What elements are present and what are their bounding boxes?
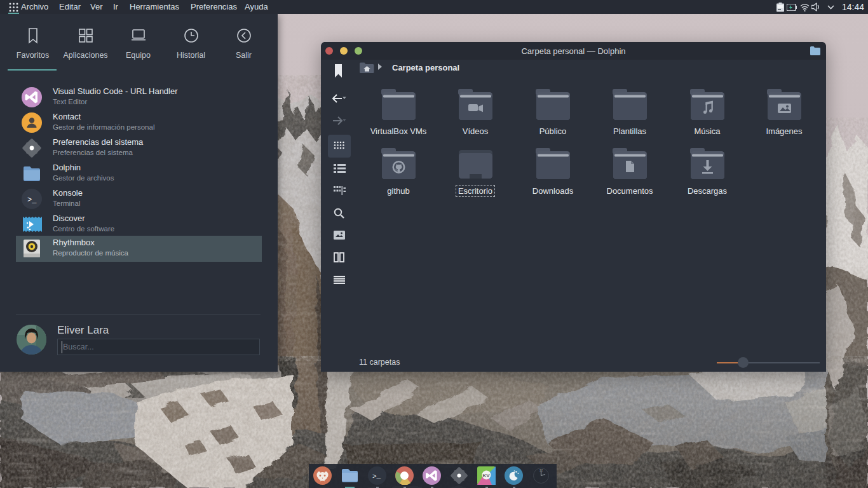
svg-text:>_: >_	[372, 473, 381, 480]
svg-text:KV: KV	[483, 473, 491, 478]
svg-text:12: 12	[539, 469, 543, 472]
svg-text:>_: >_	[27, 196, 37, 205]
